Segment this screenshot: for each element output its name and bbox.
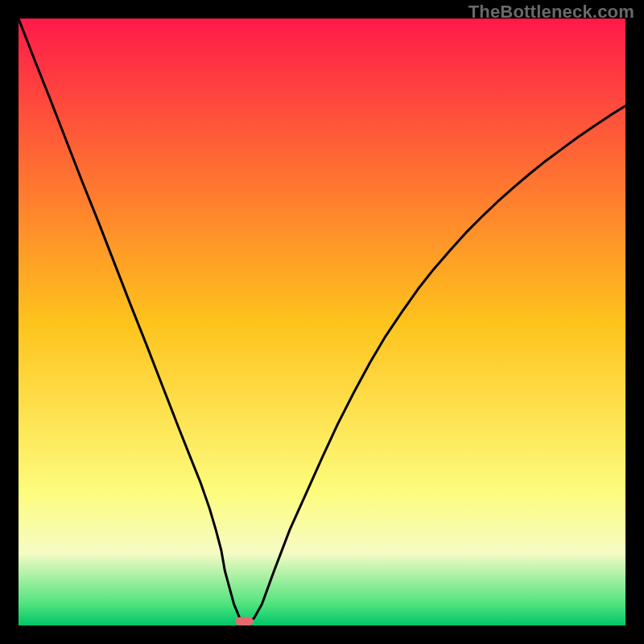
chart-container: TheBottleneck.com — [0, 0, 644, 644]
chart-background — [19, 19, 625, 625]
watermark-text: TheBottleneck.com — [469, 2, 634, 23]
bottleneck-chart — [19, 19, 625, 625]
bottleneck-marker — [235, 617, 254, 625]
svg-point-1 — [242, 617, 254, 625]
